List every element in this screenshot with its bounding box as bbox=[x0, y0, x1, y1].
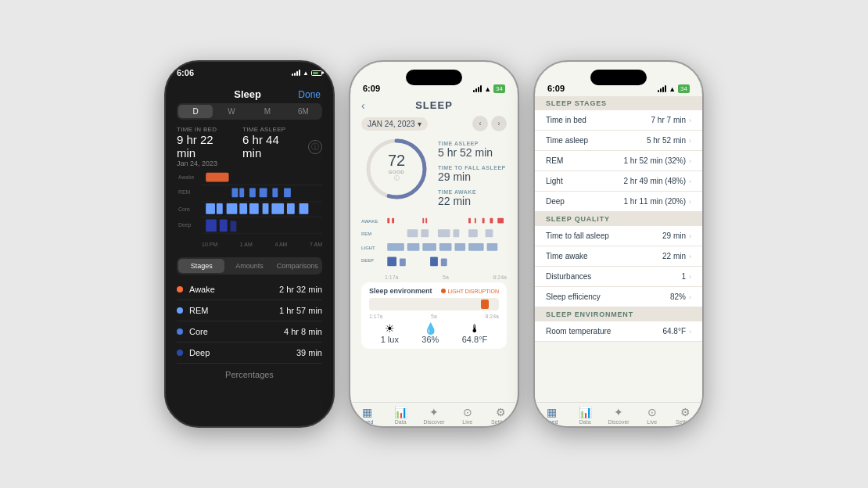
wifi-3: ▲ bbox=[669, 85, 676, 93]
svg-text:LIGHT: LIGHT bbox=[361, 246, 375, 250]
svg-rect-43 bbox=[490, 218, 493, 224]
row-sleep-efficiency[interactable]: Sleep efficiency 82% › bbox=[535, 287, 702, 307]
battery-icon-1 bbox=[311, 70, 322, 76]
p1-percentages: Percentages bbox=[166, 364, 333, 382]
value-fall-asleep-3: 29 min bbox=[662, 231, 686, 240]
svg-rect-51 bbox=[387, 243, 404, 251]
svg-rect-13 bbox=[227, 203, 238, 214]
row-light[interactable]: Light 2 hr 49 min (48%) › bbox=[535, 171, 702, 192]
p1-segment-buttons: Stages Amounts Comparisons bbox=[177, 257, 322, 274]
bar1 bbox=[292, 74, 293, 76]
time-asleep-label: TIME ASLEEP bbox=[242, 126, 300, 133]
light-disruption-badge: LIGHT DISRUPTION bbox=[441, 289, 499, 294]
signal-3 bbox=[658, 86, 666, 92]
nav-live-2[interactable]: ⊙ Live bbox=[450, 406, 484, 425]
p2-bottom-nav: ▦ Feed 📊 Data ✦ Discover ⊙ Live ⚙ Set bbox=[350, 402, 518, 426]
p3-content: SLEEP STAGES Time in bed 7 hr 7 min › Ti… bbox=[535, 96, 702, 426]
discover-label-2: Discover bbox=[423, 419, 444, 425]
svg-rect-37 bbox=[392, 218, 394, 224]
disruption-text: LIGHT DISRUPTION bbox=[447, 289, 499, 294]
nav-data-3[interactable]: 📊 Data bbox=[569, 406, 602, 425]
row-fall-asleep[interactable]: Time to fall asleep 29 min › bbox=[535, 226, 702, 246]
section-sleep-stages: SLEEP STAGES bbox=[535, 96, 702, 110]
row-time-asleep[interactable]: Time asleep 5 hr 52 min › bbox=[535, 131, 702, 151]
svg-text:GOOD: GOOD bbox=[389, 170, 405, 174]
seg-stages[interactable]: Stages bbox=[178, 259, 224, 273]
nav-discover-3[interactable]: ✦ Discover bbox=[602, 406, 636, 425]
nav-discover-2[interactable]: ✦ Discover bbox=[418, 406, 451, 425]
row-time-awake[interactable]: Time awake 22 min › bbox=[535, 246, 702, 267]
data-label-3: Data bbox=[579, 419, 591, 425]
row-disturbances[interactable]: Disturbances 1 › bbox=[535, 267, 702, 287]
time-awake-label-2: TIME AWAKE bbox=[438, 189, 507, 195]
svg-rect-19 bbox=[299, 203, 309, 214]
tab-6m[interactable]: 6M bbox=[286, 105, 321, 118]
p1-done-button[interactable]: Done bbox=[298, 89, 321, 100]
env-stats: ☀ 1 lux 💧 36% 🌡 64.8°F bbox=[369, 322, 499, 344]
item-name-awake: Awake bbox=[189, 285, 279, 294]
p2-date-text: JAN 24, 2023 bbox=[368, 120, 415, 128]
svg-text:AWAKE: AWAKE bbox=[361, 219, 378, 224]
row-deep[interactable]: Deep 1 hr 11 min (20%) › bbox=[535, 192, 702, 212]
row-rem[interactable]: REM 1 hr 52 min (32%) › bbox=[535, 151, 702, 171]
settings-label-3: Settings bbox=[676, 419, 695, 425]
chevron-sleep-efficiency: › bbox=[689, 293, 691, 301]
svg-rect-10 bbox=[284, 188, 291, 197]
svg-rect-39 bbox=[425, 218, 427, 224]
time-in-bed-label: TIME IN BED bbox=[177, 126, 235, 133]
nav-feed-2[interactable]: ▦ Feed bbox=[350, 406, 384, 425]
svg-text:DEEP: DEEP bbox=[361, 258, 374, 263]
tab-m[interactable]: M bbox=[250, 105, 285, 118]
chart-time-2: 5a bbox=[443, 274, 449, 280]
svg-rect-57 bbox=[487, 243, 498, 251]
signal-2 bbox=[473, 86, 482, 92]
item-val-rem: 1 hr 57 min bbox=[279, 306, 322, 315]
nav-feed-3[interactable]: ▦ Feed bbox=[535, 406, 569, 425]
row-time-in-bed[interactable]: Time in bed 7 hr 7 min › bbox=[535, 110, 702, 131]
svg-rect-15 bbox=[249, 203, 259, 214]
signal-bars-1 bbox=[292, 70, 300, 76]
svg-rect-54 bbox=[439, 243, 452, 251]
p2-back-button[interactable]: ‹ bbox=[361, 99, 365, 112]
dot-awake bbox=[177, 286, 183, 292]
svg-rect-14 bbox=[239, 203, 247, 214]
feed-icon-3: ▦ bbox=[547, 406, 557, 418]
prev-arrow[interactable]: ‹ bbox=[472, 116, 488, 131]
label-sleep-efficiency: Sleep efficiency bbox=[546, 292, 670, 301]
temp-value: 64.8°F bbox=[462, 335, 488, 344]
env-temp: 🌡 64.8°F bbox=[462, 322, 488, 344]
nav-settings-3[interactable]: ⚙ Settings bbox=[669, 406, 702, 425]
svg-rect-36 bbox=[387, 218, 389, 224]
label-disturbances: Disturbances bbox=[546, 272, 681, 281]
chart-time-1: 1:17a bbox=[385, 274, 399, 280]
value-rem: 1 hr 52 min (32%) bbox=[624, 156, 686, 165]
value-deep: 1 hr 11 min (20%) bbox=[624, 197, 686, 206]
svg-rect-6 bbox=[239, 188, 244, 197]
p2-date-selector[interactable]: JAN 24, 2023 ▾ bbox=[361, 117, 428, 131]
xlabel-1: 10 PM bbox=[202, 242, 217, 247]
svg-rect-42 bbox=[482, 218, 485, 224]
stat-time-asleep: TIME ASLEEP 5 hr 52 min bbox=[438, 141, 507, 159]
nav-data-2[interactable]: 📊 Data bbox=[384, 406, 418, 425]
list-item-rem: REM 1 hr 57 min bbox=[177, 300, 322, 321]
seg-comparisons[interactable]: Comparisons bbox=[274, 259, 321, 273]
p1-tabs: D W M 6M bbox=[177, 103, 322, 120]
row-room-temp[interactable]: Room temperature 64.8°F › bbox=[535, 321, 702, 342]
svg-rect-17 bbox=[271, 203, 284, 214]
tab-w[interactable]: W bbox=[214, 105, 249, 118]
info-icon[interactable]: ⓘ bbox=[308, 140, 322, 154]
phone-2: 6:09 ▲ 34 ‹ SLEEP bbox=[349, 60, 519, 428]
tab-d[interactable]: D bbox=[178, 105, 213, 118]
lux-value: 1 lux bbox=[381, 335, 399, 344]
next-arrow[interactable]: › bbox=[491, 116, 507, 131]
nav-settings-2[interactable]: ⚙ Settings bbox=[484, 406, 518, 425]
battery-2: 34 bbox=[493, 84, 505, 93]
discover-label-3: Discover bbox=[608, 419, 629, 425]
svg-rect-4 bbox=[206, 173, 228, 182]
section-sleep-environment: SLEEP ENVIRONMENT bbox=[535, 307, 702, 321]
env-lux: ☀ 1 lux bbox=[381, 322, 399, 344]
p1-stats: TIME IN BED 9 hr 22 min Jan 24, 2023 TIM… bbox=[166, 126, 333, 167]
nav-live-3[interactable]: ⊙ Live bbox=[635, 406, 669, 425]
seg-amounts[interactable]: Amounts bbox=[226, 259, 272, 273]
live-icon-2: ⊙ bbox=[463, 406, 472, 418]
